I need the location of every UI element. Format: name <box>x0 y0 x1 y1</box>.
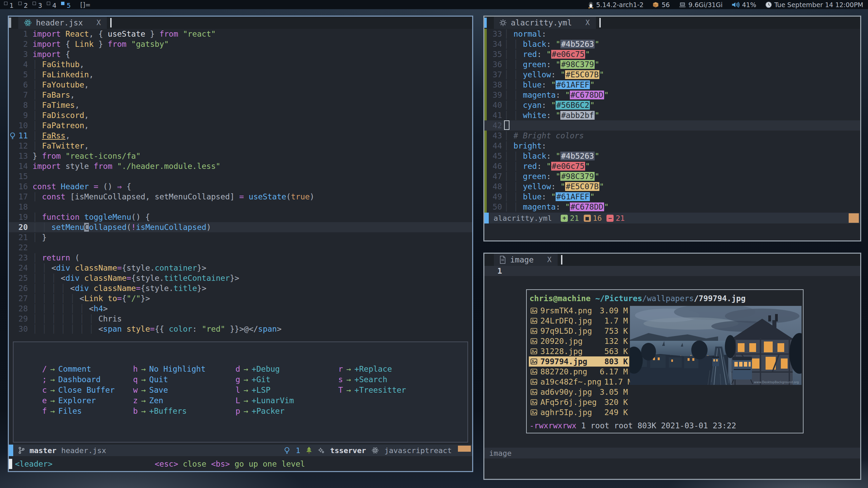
file-row-24LrDFQ.jpg[interactable]: 24LrDFQ.jpg1.7 M <box>529 316 629 326</box>
code-line[interactable]: 1import React, { useState } from "react" <box>9 29 472 39</box>
code-line[interactable]: 27│ │ │ │ │ <Link to={"/"}> <box>9 293 472 304</box>
whichkey-item--lsp[interactable]: l→+LSP <box>231 385 294 395</box>
file-row-AFq5r6j.jpeg[interactable]: AFq5r6j.jpeg320 K <box>529 397 629 407</box>
file-row-ad6v90y.jpg[interactable]: ad6v90y.jpg3.05 M <box>529 387 629 397</box>
file-row-9rsmTK4.png[interactable]: 9rsmTK4.png3.09 M <box>529 306 629 316</box>
whichkey-item-files[interactable]: f→Files <box>38 406 115 416</box>
code-line[interactable]: 46│ │ red: "#e06c75" <box>484 161 860 171</box>
code-line[interactable]: 21│ } <box>9 232 472 242</box>
code-line[interactable]: 29│ │ │ │ │ │ │ Chris <box>9 314 472 324</box>
whichkey-item-comment[interactable]: /→Comment <box>38 364 115 374</box>
code-line[interactable]: 38│ │ blue: "#61AFEF" <box>484 80 860 90</box>
whichkey-item--search[interactable]: s→+Search <box>334 374 406 385</box>
code-line[interactable]: 25│ │ │ <div className={style.titleConta… <box>9 273 472 283</box>
code-line[interactable]: 45│ │ black: "#4b5263" <box>484 151 860 161</box>
code-line[interactable]: 49│ │ blue: "#61AFEF" <box>484 192 860 202</box>
code-line[interactable]: 30│ │ │ │ │ │ │ <span style={{ color: "r… <box>9 324 472 334</box>
code-line[interactable]: 1 <box>484 266 860 276</box>
sign-column <box>484 266 489 276</box>
code-line[interactable]: 13} from "react-icons/fa" <box>9 151 472 161</box>
file-row-aghr5Ip.jpg[interactable]: aghr5Ip.jpg249 K <box>529 407 629 417</box>
code-line[interactable]: 41│ │ white: "#abb2bf" <box>484 110 860 120</box>
whichkey-item-quit[interactable]: q→Quit <box>129 374 206 385</box>
code-token: FaTwitter <box>42 141 84 150</box>
workspace-button-3[interactable]: 3 <box>33 1 42 10</box>
code-area[interactable]: 1import React, { useState } from "react"… <box>9 29 472 334</box>
workspace-button-5[interactable]: 5 <box>61 1 71 10</box>
code-line[interactable]: 14import style from "./header.module.les… <box>9 161 472 171</box>
file-row-20920.jpg[interactable]: 20920.jpg132 K <box>529 336 629 346</box>
code-line[interactable]: 16const Header = () ⇒ { <box>9 181 472 192</box>
whichkey-item-close-buffer[interactable]: c→Close Buffer <box>38 385 115 395</box>
code-line[interactable]: 28│ │ │ │ │ │ <h4> <box>9 304 472 314</box>
whichkey-item--buffers[interactable]: b→+Buffers <box>129 406 206 416</box>
whichkey-item-explorer[interactable]: e→Explorer <box>38 395 115 406</box>
tab-header-jsx[interactable]: header.jsx X <box>18 17 107 29</box>
code-line[interactable]: 6│ FaYoutube, <box>9 80 472 90</box>
code-line[interactable]: 11│ FaRss, <box>9 131 472 141</box>
code-line[interactable]: 26│ │ │ │ <div className={style.title}> <box>9 283 472 293</box>
code-line[interactable]: 19│ function toggleMenu() { <box>9 212 472 222</box>
code-line[interactable]: 40│ │ cyan: "#56B6C2" <box>484 100 860 110</box>
code-line[interactable]: 47│ │ green: "#98C379" <box>484 171 860 181</box>
code-line[interactable]: 48│ │ yellow: "#E5C07B" <box>484 181 860 192</box>
file-row-97q9L5D.jpg[interactable]: 97q9L5D.jpg753 K <box>529 326 629 336</box>
code-line[interactable]: 36│ │ green: "#98C379" <box>484 59 860 70</box>
whichkey-item--debug[interactable]: d→+Debug <box>231 364 294 374</box>
code-line[interactable]: 8│ FaTimes, <box>9 100 472 110</box>
whichkey-item-dashboard[interactable]: ;→Dashboard <box>38 374 115 385</box>
file-row-31228.jpg[interactable]: 31228.jpg563 K <box>529 346 629 356</box>
code-line[interactable]: 33│ normal: <box>484 29 860 39</box>
whichkey-item--git[interactable]: g→+Git <box>231 374 294 385</box>
code-line[interactable]: 20│ │ setMenuCollapsed(!isMenuCollapsed) <box>9 222 472 232</box>
workspace-button-2[interactable]: 2 <box>18 1 28 10</box>
file-row-882720.png[interactable]: 882720.png6.17 M <box>529 367 629 377</box>
status-module: 41% <box>731 1 756 8</box>
whichkey-item--packer[interactable]: p→+Packer <box>231 406 294 416</box>
code-line[interactable]: 2import { Link } from "gatsby" <box>9 39 472 49</box>
code-line[interactable]: 17│ const [isMenuCollapsed, setMenuColla… <box>9 192 472 202</box>
whichkey-item-no-highlight[interactable]: h→No Highlight <box>129 364 206 374</box>
code-line[interactable]: 15 <box>9 171 472 181</box>
whichkey-item-save[interactable]: w→Save <box>129 385 206 395</box>
code-line[interactable]: 39│ │ magenta: "#C678DD" <box>484 90 860 100</box>
code-line[interactable]: 3import { <box>9 49 472 59</box>
code-line[interactable]: 24│ │ <div className={style.container}> <box>9 263 472 273</box>
code-line[interactable]: 7│ FaBars, <box>9 90 472 100</box>
code-line[interactable]: 42 <box>484 120 860 131</box>
code-area[interactable]: 1 <box>484 266 860 276</box>
code-line[interactable]: 22 <box>9 242 472 253</box>
code-line[interactable]: 12│ FaTwitter, <box>9 141 472 151</box>
code-line[interactable]: 5│ FaLinkedin, <box>9 70 472 80</box>
whichkey-item--replace[interactable]: r→+Replace <box>334 364 406 374</box>
code-line[interactable]: 18 <box>9 202 472 212</box>
close-icon[interactable]: X <box>585 19 590 27</box>
code-line[interactable]: 4│ FaGithub, <box>9 59 472 70</box>
layout-symbol[interactable]: []= <box>80 1 91 8</box>
scrollbar-thumb[interactable] <box>458 446 471 452</box>
file-row-a19c482f~.png[interactable]: a19c482f~.png11.7 M <box>529 377 629 387</box>
code-line[interactable]: 43│ # Bright colors <box>484 131 860 141</box>
workspace-button-1[interactable]: 1 <box>4 1 14 10</box>
code-area[interactable]: 33│ normal:34│ │ black: "#4b5263"35│ │ r… <box>484 29 860 212</box>
close-icon[interactable]: X <box>547 256 552 264</box>
file-row-799794.jpg[interactable]: 799794.jpg803 K <box>529 356 629 367</box>
whichkey-item-zen[interactable]: z→Zen <box>129 395 206 406</box>
scrollbar-thumb[interactable] <box>849 213 859 223</box>
tab-image[interactable]: image X <box>494 254 558 266</box>
code-line[interactable]: 50│ │ magenta: "#C678DD" <box>484 202 860 212</box>
code-line[interactable]: 9│ FaDiscord, <box>9 110 472 120</box>
whichkey-item--treesitter[interactable]: T→+Treesitter <box>334 385 406 395</box>
code-line[interactable]: 10│ FaPatreon, <box>9 120 472 131</box>
code-line[interactable]: 34│ │ black: "#4b5263" <box>484 39 860 49</box>
code-line[interactable]: 35│ │ red: "#e06c75" <box>484 49 860 59</box>
tab-alacritty-yml[interactable]: alacritty.yml X <box>494 17 596 29</box>
code-line[interactable]: 44│ bright: <box>484 141 860 151</box>
code-line[interactable]: 37│ │ yellow: "#E5C07B" <box>484 70 860 80</box>
indent-guide: │ <box>70 294 80 303</box>
close-icon[interactable]: X <box>96 19 101 27</box>
workspace-button-4[interactable]: 4 <box>47 1 56 10</box>
code-line[interactable]: 23│ return ( <box>9 253 472 263</box>
arrow-right-icon: → <box>240 395 252 406</box>
whichkey-item--lunarvim[interactable]: L→+LunarVim <box>231 395 294 406</box>
